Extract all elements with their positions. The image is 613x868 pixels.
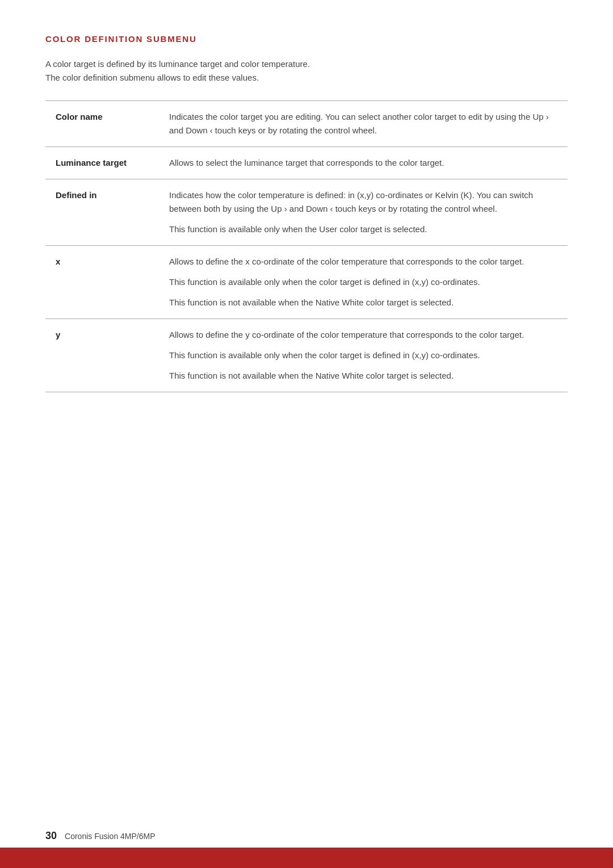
row-description: Allows to define the x co-ordinate of th… xyxy=(159,246,568,319)
product-name: Coronis Fusion 4MP/6MP xyxy=(65,832,156,841)
footer-bar xyxy=(0,848,613,868)
desc-paragraph: This function is available only when the… xyxy=(169,223,557,236)
row-label: Luminance target xyxy=(45,147,159,179)
desc-paragraph: Allows to define the y co-ordinate of th… xyxy=(169,328,557,342)
desc-paragraph: This function is available only when the… xyxy=(169,349,557,362)
row-description: Indicates how the color temperature is d… xyxy=(159,179,568,246)
row-description: Allows to define the y co-ordinate of th… xyxy=(159,319,568,392)
intro-text: A color target is defined by its luminan… xyxy=(45,57,568,85)
table-row: Defined inIndicates how the color temper… xyxy=(45,179,568,246)
table-row: xAllows to define the x co-ordinate of t… xyxy=(45,246,568,319)
definition-table: Color nameIndicates the color target you… xyxy=(45,100,568,392)
desc-paragraph: Allows to select the luminance target th… xyxy=(169,156,557,170)
row-label: y xyxy=(45,319,159,392)
row-label: Color name xyxy=(45,101,159,147)
row-description: Allows to select the luminance target th… xyxy=(159,147,568,179)
desc-paragraph: Allows to define the x co-ordinate of th… xyxy=(169,255,557,269)
row-label: x xyxy=(45,246,159,319)
table-row: yAllows to define the y co-ordinate of t… xyxy=(45,319,568,392)
desc-paragraph: This function is not available when the … xyxy=(169,296,557,309)
desc-paragraph: Indicates how the color temperature is d… xyxy=(169,188,557,216)
footer-info: 30 Coronis Fusion 4MP/6MP xyxy=(45,830,156,848)
row-description: Indicates the color target you are editi… xyxy=(159,101,568,147)
page-content: Color definition submenu A color target … xyxy=(0,0,613,449)
desc-paragraph: This function is not available when the … xyxy=(169,369,557,383)
desc-paragraph: Indicates the color target you are editi… xyxy=(169,110,557,137)
section-title: Color definition submenu xyxy=(45,34,568,44)
page-number: 30 xyxy=(45,830,57,842)
desc-paragraph: This function is available only when the… xyxy=(169,275,557,289)
table-row: Color nameIndicates the color target you… xyxy=(45,101,568,147)
table-row: Luminance targetAllows to select the lum… xyxy=(45,147,568,179)
row-label: Defined in xyxy=(45,179,159,246)
